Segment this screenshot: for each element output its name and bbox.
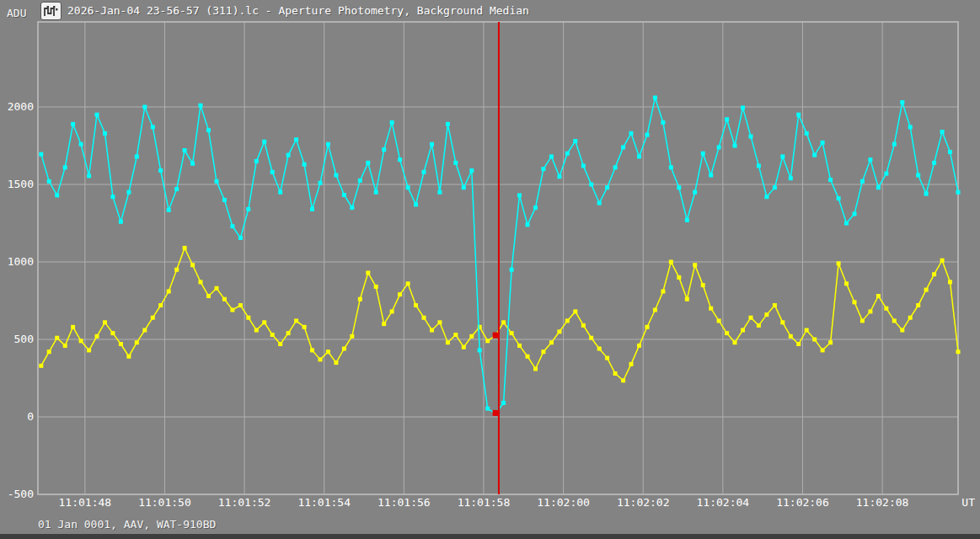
data-point-target-star-cyan <box>215 179 219 184</box>
x-tick-label: 11:02:08 <box>856 496 909 509</box>
data-point-comparison-yellow <box>151 316 155 320</box>
data-point-target-star-cyan <box>757 163 761 168</box>
data-point-comparison-yellow <box>254 328 259 333</box>
data-point-target-star-cyan <box>374 190 378 195</box>
data-point-target-star-cyan <box>462 185 466 189</box>
data-point-comparison-yellow <box>39 364 43 368</box>
data-point-comparison-yellow <box>126 355 131 359</box>
data-point-comparison-yellow <box>677 275 681 280</box>
data-point-comparison-yellow <box>485 339 490 343</box>
data-point-target-star-cyan <box>549 154 554 158</box>
data-point-comparison-yellow <box>262 320 266 324</box>
data-point-comparison-yellow <box>884 307 888 311</box>
data-point-target-star-cyan <box>319 181 323 185</box>
selected-point-marker <box>493 410 499 416</box>
light-curve-plot[interactable]: 11:01:4811:01:5011:01:5211:01:5411:01:56… <box>0 0 980 539</box>
y-tick-label: 1000 <box>8 255 34 268</box>
data-point-comparison-yellow <box>701 283 705 287</box>
data-point-target-star-cyan <box>956 190 961 195</box>
y-tick-label: 0 <box>27 410 34 423</box>
data-point-comparison-yellow <box>270 333 275 337</box>
x-tick-label: 11:01:52 <box>218 496 271 509</box>
data-point-comparison-yellow <box>549 340 554 344</box>
data-point-target-star-cyan <box>87 173 91 178</box>
data-point-comparison-yellow <box>557 329 561 334</box>
data-point-target-star-cyan <box>733 144 737 148</box>
data-point-comparison-yellow <box>693 263 697 267</box>
data-point-target-star-cyan <box>478 348 482 352</box>
data-point-comparison-yellow <box>142 328 147 333</box>
data-point-comparison-yellow <box>87 348 91 352</box>
data-point-comparison-yellow <box>948 280 952 284</box>
data-point-comparison-yellow <box>796 342 801 346</box>
x-tick-label: 11:01:58 <box>458 496 511 509</box>
data-point-comparison-yellow <box>669 260 673 264</box>
data-point-comparison-yellow <box>47 350 51 354</box>
data-point-target-star-cyan <box>446 122 450 126</box>
data-point-target-star-cyan <box>103 131 107 136</box>
data-point-comparison-yellow <box>334 360 338 365</box>
data-point-target-star-cyan <box>158 168 163 173</box>
data-point-comparison-yellow <box>350 334 354 339</box>
data-point-target-star-cyan <box>190 162 195 166</box>
y-tick-label: -500 <box>8 488 34 500</box>
data-point-comparison-yellow <box>757 323 761 328</box>
data-point-target-star-cyan <box>79 142 83 147</box>
data-point-comparison-yellow <box>63 344 67 348</box>
data-point-target-star-cyan <box>693 190 697 195</box>
data-point-comparison-yellow <box>876 294 881 298</box>
y-tick-label: 2000 <box>8 100 34 113</box>
data-point-comparison-yellow <box>222 297 227 302</box>
data-point-target-star-cyan <box>701 152 705 156</box>
data-point-comparison-yellow <box>294 318 298 323</box>
data-point-comparison-yellow <box>533 367 538 371</box>
data-point-comparison-yellow <box>199 280 203 284</box>
data-point-comparison-yellow <box>780 320 785 324</box>
data-point-target-star-cyan <box>828 178 833 182</box>
data-point-target-star-cyan <box>453 161 458 165</box>
data-point-comparison-yellow <box>541 350 545 354</box>
data-point-comparison-yellow <box>95 334 99 339</box>
data-point-target-star-cyan <box>206 128 211 132</box>
data-point-comparison-yellow <box>717 318 721 323</box>
data-point-target-star-cyan <box>557 174 561 179</box>
data-point-comparison-yellow <box>446 340 450 344</box>
data-point-target-star-cyan <box>725 117 729 121</box>
data-point-comparison-yellow <box>805 328 809 333</box>
data-point-comparison-yellow <box>589 336 593 340</box>
data-point-comparison-yellow <box>246 316 250 320</box>
data-point-target-star-cyan <box>246 207 250 211</box>
data-point-comparison-yellow <box>110 331 115 335</box>
data-point-target-star-cyan <box>262 140 266 144</box>
data-point-comparison-yellow <box>287 331 291 335</box>
data-point-comparison-yellow <box>158 303 163 307</box>
data-point-target-star-cyan <box>63 165 67 169</box>
data-point-comparison-yellow <box>956 350 961 354</box>
data-point-target-star-cyan <box>637 154 641 158</box>
data-point-target-star-cyan <box>199 104 203 108</box>
data-point-comparison-yellow <box>462 345 466 350</box>
data-point-comparison-yellow <box>916 303 920 307</box>
data-point-target-star-cyan <box>908 125 913 129</box>
data-point-target-star-cyan <box>422 170 426 174</box>
data-point-comparison-yellow <box>103 320 107 324</box>
data-point-target-star-cyan <box>95 113 99 117</box>
data-point-target-star-cyan <box>510 268 514 272</box>
data-point-target-star-cyan <box>812 153 817 157</box>
data-point-comparison-yellow <box>821 348 825 352</box>
data-point-target-star-cyan <box>167 208 171 212</box>
data-point-comparison-yellow <box>837 261 841 265</box>
data-point-target-star-cyan <box>837 196 841 200</box>
data-point-comparison-yellow <box>414 303 418 307</box>
data-point-target-star-cyan <box>151 125 155 129</box>
data-point-comparison-yellow <box>55 336 59 340</box>
data-point-target-star-cyan <box>860 179 865 184</box>
data-point-comparison-yellow <box>215 286 219 291</box>
data-point-comparison-yellow <box>374 285 378 289</box>
data-point-comparison-yellow <box>358 297 362 302</box>
data-point-target-star-cyan <box>868 157 872 162</box>
data-point-target-star-cyan <box>796 113 801 117</box>
data-point-target-star-cyan <box>294 137 298 141</box>
data-point-target-star-cyan <box>924 192 929 196</box>
data-point-target-star-cyan <box>621 145 625 149</box>
